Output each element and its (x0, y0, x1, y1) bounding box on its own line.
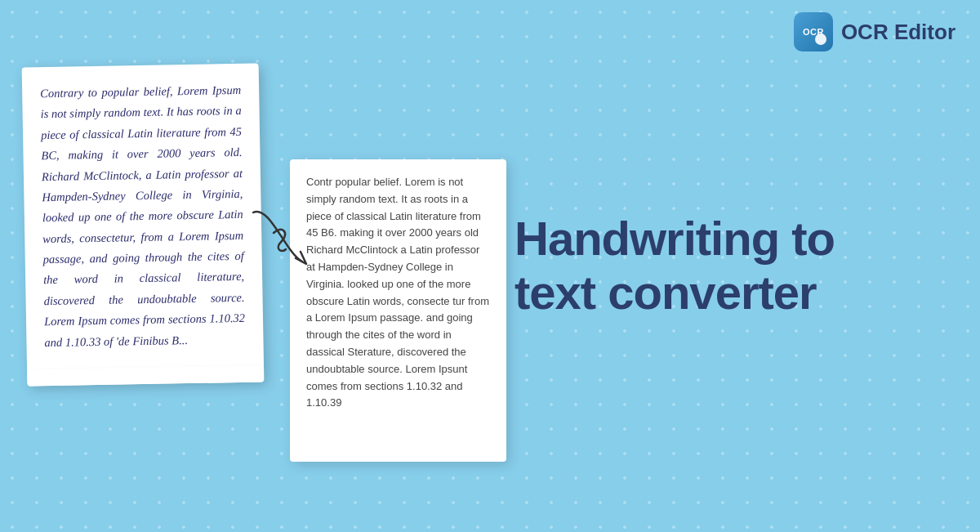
headline-line2: text converter (514, 266, 817, 320)
handwriting-text: Contrary to popular belief, Lorem Ipsum … (40, 80, 246, 353)
header: OCR OCR Editor (769, 0, 980, 64)
connector-arrow (237, 188, 335, 286)
app-title: OCR Editor (841, 20, 956, 45)
logo-text: OCR (803, 27, 824, 37)
app-logo: OCR (794, 12, 833, 51)
headline-section: Handwriting to text converter (514, 212, 947, 320)
handwriting-document: Contrary to popular belief, Lorem Ipsum … (22, 63, 265, 386)
headline-line1: Handwriting to (514, 212, 835, 265)
headline-title: Handwriting to text converter (514, 212, 947, 320)
